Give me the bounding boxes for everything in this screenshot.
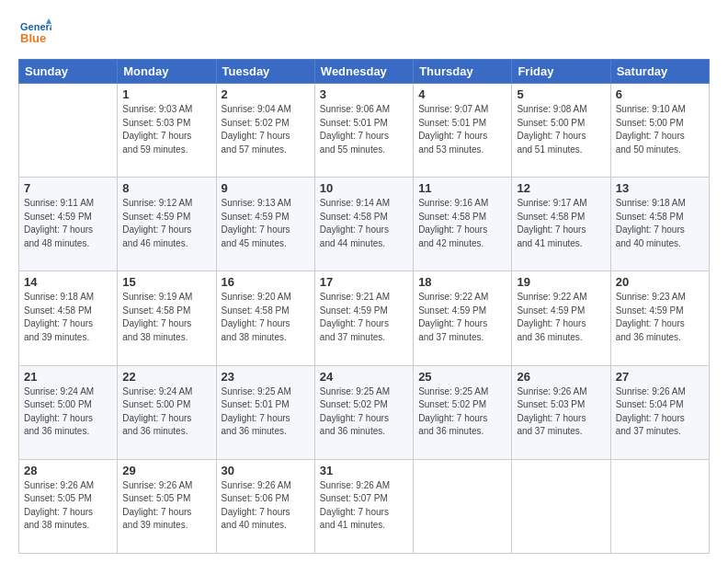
calendar-cell: 19Sunrise: 9:22 AM Sunset: 4:59 PM Dayli… (512, 271, 610, 365)
day-number: 28 (24, 464, 112, 477)
day-number: 1 (122, 87, 210, 101)
calendar-cell: 9Sunrise: 9:13 AM Sunset: 4:59 PM Daylig… (216, 178, 314, 271)
day-info: Sunrise: 9:17 AM Sunset: 4:58 PM Dayligh… (517, 197, 605, 250)
day-info: Sunrise: 9:25 AM Sunset: 5:02 PM Dayligh… (418, 385, 506, 439)
weekday-header-thursday: Thursday (414, 60, 512, 84)
day-number: 9 (222, 181, 310, 195)
calendar-cell: 26Sunrise: 9:26 AM Sunset: 5:03 PM Dayli… (512, 365, 610, 459)
day-number: 27 (616, 370, 704, 384)
logo: General Blue (18, 17, 51, 50)
day-number: 10 (320, 181, 408, 195)
calendar-cell: 30Sunrise: 9:26 AM Sunset: 5:06 PM Dayli… (216, 459, 314, 553)
calendar-cell (610, 459, 709, 553)
day-number: 7 (24, 181, 112, 195)
calendar-cell: 4Sunrise: 9:07 AM Sunset: 5:01 PM Daylig… (414, 84, 512, 178)
calendar-cell: 23Sunrise: 9:25 AM Sunset: 5:01 PM Dayli… (216, 365, 314, 459)
calendar-cell: 21Sunrise: 9:24 AM Sunset: 5:00 PM Dayli… (19, 365, 118, 459)
calendar-cell: 24Sunrise: 9:25 AM Sunset: 5:02 PM Dayli… (314, 365, 413, 459)
day-info: Sunrise: 9:21 AM Sunset: 4:59 PM Dayligh… (320, 291, 408, 344)
header: General Blue (18, 17, 710, 50)
calendar-cell: 5Sunrise: 9:08 AM Sunset: 5:00 PM Daylig… (512, 84, 610, 178)
day-info: Sunrise: 9:20 AM Sunset: 4:58 PM Dayligh… (222, 291, 310, 344)
day-info: Sunrise: 9:13 AM Sunset: 4:59 PM Dayligh… (222, 197, 310, 250)
day-number: 31 (320, 464, 408, 477)
calendar-cell: 7Sunrise: 9:11 AM Sunset: 4:59 PM Daylig… (19, 178, 118, 271)
day-number: 18 (418, 275, 506, 289)
calendar-cell: 15Sunrise: 9:19 AM Sunset: 4:58 PM Dayli… (118, 271, 216, 365)
calendar-cell: 16Sunrise: 9:20 AM Sunset: 4:58 PM Dayli… (216, 271, 314, 365)
calendar-cell: 27Sunrise: 9:26 AM Sunset: 5:04 PM Dayli… (610, 365, 709, 459)
calendar-cell (512, 459, 610, 553)
week-row-4: 21Sunrise: 9:24 AM Sunset: 5:00 PM Dayli… (19, 365, 710, 459)
day-info: Sunrise: 9:26 AM Sunset: 5:04 PM Dayligh… (616, 385, 704, 439)
weekday-header-sunday: Sunday (19, 60, 118, 84)
day-info: Sunrise: 9:08 AM Sunset: 5:00 PM Dayligh… (517, 103, 605, 156)
calendar-cell (414, 459, 512, 553)
calendar-cell: 8Sunrise: 9:12 AM Sunset: 4:59 PM Daylig… (118, 178, 216, 271)
day-info: Sunrise: 9:24 AM Sunset: 5:00 PM Dayligh… (122, 385, 210, 439)
day-info: Sunrise: 9:07 AM Sunset: 5:01 PM Dayligh… (418, 103, 506, 156)
day-number: 22 (122, 370, 210, 384)
day-number: 21 (24, 370, 112, 384)
calendar-cell: 10Sunrise: 9:14 AM Sunset: 4:58 PM Dayli… (314, 178, 413, 271)
calendar-cell: 13Sunrise: 9:18 AM Sunset: 4:58 PM Dayli… (610, 178, 709, 271)
calendar-cell: 17Sunrise: 9:21 AM Sunset: 4:59 PM Dayli… (314, 271, 413, 365)
calendar-cell: 28Sunrise: 9:26 AM Sunset: 5:05 PM Dayli… (19, 459, 118, 553)
day-number: 8 (122, 181, 210, 195)
calendar-cell: 25Sunrise: 9:25 AM Sunset: 5:02 PM Dayli… (414, 365, 512, 459)
day-info: Sunrise: 9:22 AM Sunset: 4:59 PM Dayligh… (418, 291, 506, 344)
calendar-cell (19, 84, 118, 178)
day-info: Sunrise: 9:26 AM Sunset: 5:05 PM Dayligh… (24, 479, 112, 533)
day-number: 16 (222, 275, 310, 289)
day-info: Sunrise: 9:25 AM Sunset: 5:01 PM Dayligh… (222, 385, 310, 439)
day-number: 24 (320, 370, 408, 384)
day-number: 14 (24, 275, 112, 289)
day-info: Sunrise: 9:18 AM Sunset: 4:58 PM Dayligh… (616, 197, 704, 250)
day-info: Sunrise: 9:06 AM Sunset: 5:01 PM Dayligh… (320, 103, 408, 156)
calendar-cell: 14Sunrise: 9:18 AM Sunset: 4:58 PM Dayli… (19, 271, 118, 365)
calendar-cell: 3Sunrise: 9:06 AM Sunset: 5:01 PM Daylig… (314, 84, 413, 178)
calendar-cell: 11Sunrise: 9:16 AM Sunset: 4:58 PM Dayli… (414, 178, 512, 271)
day-number: 11 (418, 181, 506, 195)
day-info: Sunrise: 9:04 AM Sunset: 5:02 PM Dayligh… (222, 103, 310, 156)
day-info: Sunrise: 9:23 AM Sunset: 4:59 PM Dayligh… (616, 291, 704, 344)
week-row-2: 7Sunrise: 9:11 AM Sunset: 4:59 PM Daylig… (19, 178, 710, 271)
page: General Blue SundayMondayTuesdayWednesda… (0, 0, 728, 563)
day-number: 5 (517, 87, 605, 101)
calendar-table: SundayMondayTuesdayWednesdayThursdayFrid… (18, 59, 710, 554)
calendar-cell: 20Sunrise: 9:23 AM Sunset: 4:59 PM Dayli… (610, 271, 709, 365)
day-number: 15 (122, 275, 210, 289)
week-row-3: 14Sunrise: 9:18 AM Sunset: 4:58 PM Dayli… (19, 271, 710, 365)
day-number: 29 (122, 464, 210, 477)
weekday-header-monday: Monday (118, 60, 216, 84)
calendar-cell: 31Sunrise: 9:26 AM Sunset: 5:07 PM Dayli… (314, 459, 413, 553)
calendar-cell: 18Sunrise: 9:22 AM Sunset: 4:59 PM Dayli… (414, 271, 512, 365)
day-info: Sunrise: 9:11 AM Sunset: 4:59 PM Dayligh… (24, 197, 112, 250)
day-info: Sunrise: 9:24 AM Sunset: 5:00 PM Dayligh… (24, 385, 112, 439)
svg-text:Blue: Blue (20, 31, 46, 45)
day-info: Sunrise: 9:25 AM Sunset: 5:02 PM Dayligh… (320, 385, 408, 439)
day-number: 23 (222, 370, 310, 384)
weekday-header-tuesday: Tuesday (216, 60, 314, 84)
weekday-header-friday: Friday (512, 60, 610, 84)
day-info: Sunrise: 9:26 AM Sunset: 5:06 PM Dayligh… (222, 479, 310, 533)
calendar-header-row: SundayMondayTuesdayWednesdayThursdayFrid… (19, 60, 710, 84)
day-info: Sunrise: 9:10 AM Sunset: 5:00 PM Dayligh… (616, 103, 704, 156)
day-info: Sunrise: 9:16 AM Sunset: 4:58 PM Dayligh… (418, 197, 506, 250)
day-info: Sunrise: 9:26 AM Sunset: 5:07 PM Dayligh… (320, 479, 408, 533)
logo-svg: General Blue (18, 17, 51, 50)
day-number: 3 (320, 87, 408, 101)
day-number: 13 (616, 181, 704, 195)
day-info: Sunrise: 9:18 AM Sunset: 4:58 PM Dayligh… (24, 291, 112, 344)
day-info: Sunrise: 9:03 AM Sunset: 5:03 PM Dayligh… (122, 103, 210, 156)
calendar-cell: 6Sunrise: 9:10 AM Sunset: 5:00 PM Daylig… (610, 84, 709, 178)
calendar-cell: 12Sunrise: 9:17 AM Sunset: 4:58 PM Dayli… (512, 178, 610, 271)
day-number: 17 (320, 275, 408, 289)
weekday-header-wednesday: Wednesday (314, 60, 413, 84)
day-info: Sunrise: 9:22 AM Sunset: 4:59 PM Dayligh… (517, 291, 605, 344)
day-info: Sunrise: 9:26 AM Sunset: 5:05 PM Dayligh… (122, 479, 210, 533)
week-row-5: 28Sunrise: 9:26 AM Sunset: 5:05 PM Dayli… (19, 459, 710, 553)
day-number: 19 (517, 275, 605, 289)
week-row-1: 1Sunrise: 9:03 AM Sunset: 5:03 PM Daylig… (19, 84, 710, 178)
calendar-cell: 2Sunrise: 9:04 AM Sunset: 5:02 PM Daylig… (216, 84, 314, 178)
